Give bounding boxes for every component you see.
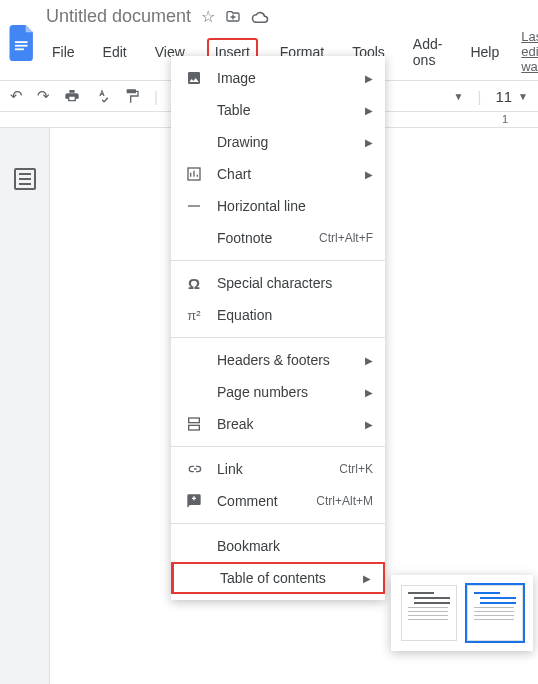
menu-help[interactable]: Help (464, 40, 505, 64)
cloud-status-icon[interactable] (251, 10, 269, 24)
menu-item-label: Bookmark (217, 538, 373, 554)
menu-item-page-numbers[interactable]: Page numbers ▶ (171, 376, 385, 408)
menu-item-chart[interactable]: Chart ▶ (171, 158, 385, 190)
separator (171, 260, 385, 261)
menu-item-link[interactable]: Link Ctrl+K (171, 453, 385, 485)
break-icon (183, 416, 205, 432)
submenu-arrow-icon: ▶ (365, 419, 373, 430)
menu-item-footnote[interactable]: Footnote Ctrl+Alt+F (171, 222, 385, 254)
menu-item-horizontal-line[interactable]: Horizontal line (171, 190, 385, 222)
last-edit-link[interactable]: Last edit was (521, 29, 538, 74)
svg-rect-0 (15, 41, 28, 43)
menu-item-equation[interactable]: π² Equation (171, 299, 385, 331)
insert-dropdown: Image ▶ Table ▶ Drawing ▶ Chart ▶ Horizo… (171, 56, 385, 600)
separator (171, 337, 385, 338)
chevron-down-icon: ▼ (518, 91, 528, 102)
menu-item-bookmark[interactable]: Bookmark (171, 530, 385, 562)
menu-item-table[interactable]: Table ▶ (171, 94, 385, 126)
menu-item-label: Equation (217, 307, 373, 323)
toc-option-plain[interactable] (401, 585, 457, 641)
menu-item-label: Footnote (217, 230, 319, 246)
menu-item-label: Drawing (217, 134, 357, 150)
shortcut-text: Ctrl+Alt+F (319, 231, 373, 245)
move-icon[interactable] (225, 9, 241, 25)
menu-item-label: Image (217, 70, 357, 86)
svg-rect-1 (15, 45, 28, 47)
menu-edit[interactable]: Edit (97, 40, 133, 64)
submenu-arrow-icon: ▶ (365, 105, 373, 116)
submenu-arrow-icon: ▶ (365, 73, 373, 84)
menu-item-label: Horizontal line (217, 198, 373, 214)
svg-rect-2 (15, 48, 24, 50)
font-size-value: 11 (495, 88, 512, 105)
redo-icon[interactable]: ↷ (37, 87, 50, 105)
submenu-arrow-icon: ▶ (365, 169, 373, 180)
menu-item-image[interactable]: Image ▶ (171, 62, 385, 94)
submenu-arrow-icon: ▶ (365, 355, 373, 366)
menu-item-comment[interactable]: Comment Ctrl+Alt+M (171, 485, 385, 517)
font-size-control[interactable]: 11 ▼ (495, 88, 528, 105)
menu-item-break[interactable]: Break ▶ (171, 408, 385, 440)
image-icon (183, 70, 205, 86)
paint-format-icon[interactable] (124, 88, 140, 104)
menu-file[interactable]: File (46, 40, 81, 64)
docs-logo-icon[interactable] (8, 25, 38, 61)
menu-item-label: Headers & footers (217, 352, 357, 368)
separator (171, 446, 385, 447)
document-title[interactable]: Untitled document (46, 6, 191, 27)
menu-item-special-characters[interactable]: Ω Special characters (171, 267, 385, 299)
menu-item-label: Break (217, 416, 357, 432)
svg-rect-5 (189, 418, 200, 423)
undo-icon[interactable]: ↶ (10, 87, 23, 105)
menu-addons[interactable]: Add-ons (407, 32, 449, 72)
submenu-arrow-icon: ▶ (363, 573, 371, 584)
horizontal-line-icon (183, 198, 205, 214)
menu-item-headers-footers[interactable]: Headers & footers ▶ (171, 344, 385, 376)
submenu-arrow-icon: ▶ (365, 387, 373, 398)
menu-item-label: Table of contents (220, 570, 355, 586)
menu-item-label: Link (217, 461, 339, 477)
menu-item-label: Comment (217, 493, 316, 509)
menu-item-table-of-contents[interactable]: Table of contents ▶ (171, 562, 385, 594)
omega-icon: Ω (183, 275, 205, 292)
menu-item-label: Table (217, 102, 357, 118)
styles-dropdown-icon[interactable]: ▼ (454, 91, 464, 102)
separator (171, 523, 385, 524)
toc-option-links[interactable] (467, 585, 523, 641)
pi-icon: π² (183, 308, 205, 323)
left-sidebar (0, 128, 50, 684)
shortcut-text: Ctrl+K (339, 462, 373, 476)
menu-item-label: Chart (217, 166, 357, 182)
outline-icon[interactable] (14, 168, 36, 190)
link-icon (183, 461, 205, 477)
chart-icon (183, 166, 205, 182)
ruler-mark: 1 (502, 113, 508, 125)
print-icon[interactable] (64, 88, 80, 104)
svg-rect-6 (189, 425, 200, 430)
shortcut-text: Ctrl+Alt+M (316, 494, 373, 508)
spellcheck-icon[interactable] (94, 88, 110, 104)
menu-item-label: Page numbers (217, 384, 357, 400)
submenu-arrow-icon: ▶ (365, 137, 373, 148)
comment-icon (183, 493, 205, 509)
star-icon[interactable]: ☆ (201, 7, 215, 26)
menu-item-label: Special characters (217, 275, 373, 291)
menu-item-drawing[interactable]: Drawing ▶ (171, 126, 385, 158)
toc-submenu (391, 575, 533, 651)
